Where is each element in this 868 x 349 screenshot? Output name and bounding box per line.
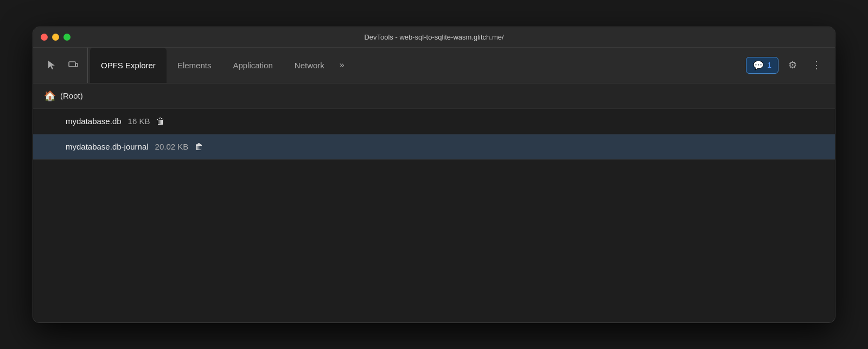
svg-rect-0 xyxy=(69,62,75,67)
message-count: 1 xyxy=(767,61,771,69)
file-explorer: 🏠 (Root) mydatabase.db 16 KB 🗑 mydatabas… xyxy=(33,83,835,322)
minimize-button[interactable] xyxy=(52,34,59,41)
root-folder-row[interactable]: 🏠 (Root) xyxy=(33,83,835,109)
message-icon: 💬 xyxy=(753,60,764,70)
traffic-lights xyxy=(41,34,71,41)
file-row[interactable]: mydatabase.db 16 KB 🗑 xyxy=(33,109,835,134)
toolbar-icon-group xyxy=(37,48,88,83)
root-label: (Root) xyxy=(60,91,83,100)
devtools-window: DevTools - web-sql-to-sqlite-wasm.glitch… xyxy=(33,27,835,323)
file-name: mydatabase.db xyxy=(66,117,122,126)
more-tabs-button[interactable]: » xyxy=(335,60,349,70)
content-area: 🏠 (Root) mydatabase.db 16 KB 🗑 mydatabas… xyxy=(33,83,835,322)
tab-elements[interactable]: Elements xyxy=(167,48,222,83)
tab-opfs-explorer[interactable]: OPFS Explorer xyxy=(90,48,167,83)
empty-area xyxy=(33,160,835,322)
more-options-icon[interactable]: ⋮ xyxy=(807,55,826,75)
close-button[interactable] xyxy=(41,34,48,41)
tab-list: OPFS Explorer Elements Application Netwo… xyxy=(88,48,746,83)
svg-rect-1 xyxy=(75,63,78,67)
toolbar: OPFS Explorer Elements Application Netwo… xyxy=(33,48,835,83)
titlebar: DevTools - web-sql-to-sqlite-wasm.glitch… xyxy=(33,27,835,48)
file-size: 20.02 KB xyxy=(155,142,189,151)
file-size: 16 KB xyxy=(128,117,150,126)
file-row[interactable]: mydatabase.db-journal 20.02 KB 🗑 xyxy=(33,134,835,160)
message-badge[interactable]: 💬 1 xyxy=(746,57,778,74)
file-name: mydatabase.db-journal xyxy=(66,142,149,151)
delete-file-icon[interactable]: 🗑 xyxy=(195,142,203,152)
home-icon: 🏠 xyxy=(44,90,56,102)
window-title: DevTools - web-sql-to-sqlite-wasm.glitch… xyxy=(364,33,503,41)
cursor-icon[interactable] xyxy=(42,55,61,75)
toolbar-right: 💬 1 ⚙ ⋮ xyxy=(746,55,831,75)
tab-network[interactable]: Network xyxy=(284,48,335,83)
maximize-button[interactable] xyxy=(63,34,71,41)
settings-gear-icon[interactable]: ⚙ xyxy=(783,55,802,75)
device-toggle-icon[interactable] xyxy=(63,55,83,75)
delete-file-icon[interactable]: 🗑 xyxy=(156,117,165,126)
tab-application[interactable]: Application xyxy=(222,48,283,83)
